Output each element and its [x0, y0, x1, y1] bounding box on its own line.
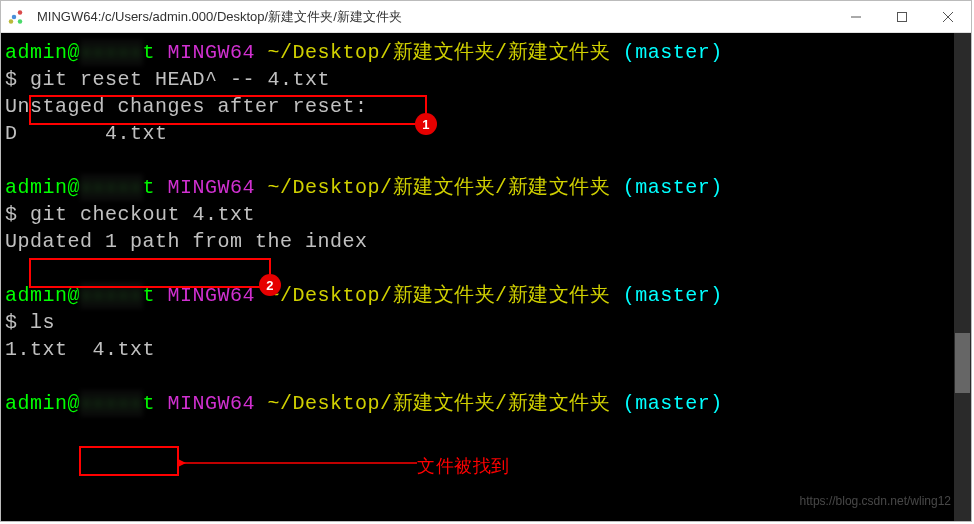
watermark: https://blog.csdn.net/wling12 — [800, 488, 951, 515]
prompt-branch: (master) — [623, 176, 723, 199]
window-title: MINGW64:/c/Users/admin.000/Desktop/新建文件夹… — [33, 8, 833, 26]
minimize-icon — [851, 12, 861, 22]
prompt-user: admin@ — [5, 392, 80, 415]
prompt-user: admin@ — [5, 41, 80, 64]
cmd-ls: ls — [30, 311, 55, 334]
prompt-sigil: $ — [5, 311, 18, 334]
blurred-host — [80, 282, 143, 309]
prompt-user: admin@ — [5, 176, 80, 199]
prompt-sigil: $ — [5, 203, 18, 226]
prompt-env: MINGW64 — [168, 41, 256, 64]
prompt-env: MINGW64 — [168, 176, 256, 199]
maximize-icon — [897, 12, 907, 22]
annotation-text-found: 文件被找到 — [417, 453, 510, 480]
close-icon — [943, 12, 953, 22]
app-window: MINGW64:/c/Users/admin.000/Desktop/新建文件夹… — [0, 0, 972, 522]
terminal-area[interactable]: admin@t MINGW64 ~/Desktop/新建文件夹/新建文件夹 (m… — [1, 33, 971, 521]
prompt-path: ~/Desktop/新建文件夹/新建文件夹 — [268, 284, 611, 307]
svg-point-1 — [18, 10, 23, 15]
prompt-sigil: $ — [5, 68, 18, 91]
scrollbar-thumb[interactable] — [955, 333, 970, 393]
output-line: Updated 1 path from the index — [5, 228, 967, 255]
cmd-git-checkout: git checkout 4.txt — [30, 203, 255, 226]
prompt-path: ~/Desktop/新建文件夹/新建文件夹 — [268, 392, 611, 415]
svg-point-2 — [18, 19, 23, 24]
svg-rect-5 — [898, 12, 907, 21]
minimize-button[interactable] — [833, 1, 879, 33]
scrollbar[interactable] — [954, 33, 971, 521]
prompt-path: ~/Desktop/新建文件夹/新建文件夹 — [268, 41, 611, 64]
close-button[interactable] — [925, 1, 971, 33]
annotation-badge-2: 2 — [259, 274, 281, 296]
output-line: Unstaged changes after reset: — [5, 93, 967, 120]
prompt-branch: (master) — [623, 41, 723, 64]
annotation-box-3 — [79, 446, 179, 476]
prompt-env: MINGW64 — [168, 284, 256, 307]
prompt-env: MINGW64 — [168, 392, 256, 415]
cmd-git-reset: git reset HEAD^ -- 4.txt — [30, 68, 330, 91]
annotation-arrow-icon — [179, 453, 419, 473]
blurred-host — [80, 390, 143, 417]
blurred-host — [80, 174, 143, 201]
svg-point-0 — [12, 14, 17, 19]
prompt-user: admin@ — [5, 284, 80, 307]
svg-point-3 — [9, 19, 14, 24]
window-controls — [833, 1, 971, 33]
maximize-button[interactable] — [879, 1, 925, 33]
prompt-path: ~/Desktop/新建文件夹/新建文件夹 — [268, 176, 611, 199]
output-line: D 4.txt — [5, 120, 967, 147]
annotation-badge-1: 1 — [415, 113, 437, 135]
file-1: 1.txt — [5, 338, 68, 361]
titlebar: MINGW64:/c/Users/admin.000/Desktop/新建文件夹… — [1, 1, 971, 33]
file-4: 4.txt — [93, 338, 156, 361]
blurred-host — [80, 39, 143, 66]
prompt-branch: (master) — [623, 284, 723, 307]
prompt-branch: (master) — [623, 392, 723, 415]
git-logo-icon — [8, 8, 26, 26]
